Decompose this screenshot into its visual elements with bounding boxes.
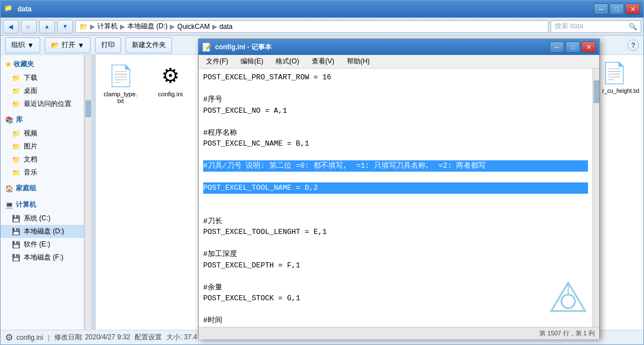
path-sep4: ▶ xyxy=(212,23,217,31)
drive-icon: 💾 xyxy=(12,254,20,262)
text-line: #加工深度 xyxy=(203,250,237,258)
library-section: 📚 库 📁 视频 📁 图片 📁 文档 xyxy=(1,113,84,179)
file-item-config[interactable]: ⚙ config.ini xyxy=(150,59,191,107)
path-sep3: ▶ xyxy=(170,23,175,31)
new-folder-label: 新建文件夹 xyxy=(132,40,166,50)
address-bar: ◄ ► ▲ ▼ 📁 ▶ 计算机 ▶ 本地磁盘 (D:) ▶ QuickCAM ▶… xyxy=(1,18,643,36)
open-chevron: ▼ xyxy=(78,41,84,49)
logo-watermark xyxy=(548,280,588,321)
back-button[interactable]: ◄ xyxy=(3,20,19,33)
computer-section: 💻 计算机 💾 系统 (C:) 💾 本地磁盘 (D:) 💾 软件 (E:) xyxy=(1,198,84,264)
explorer-minimize-button[interactable]: ─ xyxy=(594,3,608,15)
notepad-text[interactable]: POST_EXCEL_PRO_START_ROW = 16 #序号 POST_E… xyxy=(199,69,593,327)
explorer-restore-button[interactable]: □ xyxy=(609,3,624,15)
notepad-minimize-button[interactable]: ─ xyxy=(549,41,564,53)
sidebar-item-docs[interactable]: 📁 文档 xyxy=(1,153,84,166)
notepad-menu-edit[interactable]: 编辑(E) xyxy=(235,55,268,68)
sidebar-item-desktop[interactable]: 📁 桌面 xyxy=(1,84,84,97)
sidebar-item-download[interactable]: 📁 下载 xyxy=(1,71,84,84)
sidebar-scrollbar-thumb[interactable] xyxy=(85,100,91,117)
path-data: data xyxy=(220,23,233,31)
folder-icon: 📁 xyxy=(12,130,20,138)
folder-icon: 📁 xyxy=(12,143,20,151)
highlighted-line: #刀具/刀号 说明: 第二位 =0: 都不填写, =1: 只填写刀具名称, =2… xyxy=(203,160,588,172)
path-computer: 📁 xyxy=(79,23,88,31)
notepad-status-text: 第 1507 行，第 1 列 xyxy=(539,329,595,338)
folder-icon: 📁 xyxy=(12,169,20,177)
folder-icon: 📁 xyxy=(12,74,20,82)
file-item-clamp[interactable]: 📄 clamp_type.txt xyxy=(100,59,141,107)
sidebar-item-music[interactable]: 📁 音乐 xyxy=(1,166,84,179)
notepad-title-text: config.ini - 记事本 xyxy=(215,42,549,52)
print-label: 打印 xyxy=(101,40,115,50)
sidebar-item-drive-c[interactable]: 💾 系统 (C:) xyxy=(1,212,84,225)
help-button[interactable]: ? xyxy=(628,40,639,51)
organize-button[interactable]: 组织 ▼ xyxy=(5,37,40,53)
notepad-menu-format[interactable]: 格式(O) xyxy=(271,55,304,68)
file-item-partial-right[interactable]: 📄 r_cu_height.txt xyxy=(600,59,641,94)
notepad-scrollbar-vertical[interactable] xyxy=(593,69,599,327)
text-line: #序号 xyxy=(203,95,222,104)
resize-handle[interactable] xyxy=(91,55,96,331)
text-line: POST_EXCEL_PRO_START_ROW = 16 xyxy=(203,73,331,82)
notepad-restore-button[interactable]: □ xyxy=(565,41,580,53)
sidebar-item-images[interactable]: 📁 图片 xyxy=(1,140,84,153)
text-line: #余量 xyxy=(203,283,222,292)
path-drive: 计算机 xyxy=(97,22,118,31)
notepad-menu-view[interactable]: 查看(V) xyxy=(307,55,340,68)
address-path[interactable]: 📁 ▶ 计算机 ▶ 本地磁盘 (D:) ▶ QuickCAM ▶ data xyxy=(75,20,548,33)
notepad-title-buttons: ─ □ ✕ xyxy=(549,41,596,53)
status-separator: | xyxy=(48,334,49,342)
favorites-header[interactable]: ★ 收藏夹 xyxy=(1,57,84,71)
path-quickcam2: QuickCAM xyxy=(177,23,209,31)
drive-icon: 💾 xyxy=(12,215,20,223)
text-line: POST_EXCEL_NO = A,1 xyxy=(203,107,287,115)
library-header[interactable]: 📚 库 xyxy=(1,113,84,127)
path-sep2: ▶ xyxy=(120,23,125,31)
notepad-close-button[interactable]: ✕ xyxy=(581,41,596,53)
text-line: POST_EXCEL_TOOL_LENGHT = E,1 xyxy=(203,228,327,236)
search-icon: 🔍 xyxy=(629,23,637,31)
star-icon: ★ xyxy=(5,61,11,69)
folder-icon: 📁 xyxy=(12,100,20,108)
print-button[interactable]: 打印 xyxy=(95,37,121,53)
sidebar: ★ 收藏夹 📁 下载 📁 桌面 📁 最近访问的位置 xyxy=(1,55,84,331)
sidebar-scrollbar[interactable] xyxy=(84,55,91,331)
folder-icon: 📁 xyxy=(12,156,20,164)
sidebar-item-video[interactable]: 📁 视频 xyxy=(1,127,84,140)
notepad-menu-file[interactable]: 文件(F) xyxy=(201,55,233,68)
notepad-menubar: 文件(F) 编辑(E) 格式(O) 查看(V) 帮助(H) xyxy=(199,55,599,69)
sidebar-item-recent[interactable]: 📁 最近访问的位置 xyxy=(1,97,84,110)
notepad-statusbar: 第 1507 行，第 1 列 xyxy=(199,327,599,339)
forward-button[interactable]: ► xyxy=(21,20,37,33)
recent-button[interactable]: ▼ xyxy=(57,20,73,33)
sidebar-item-drive-e[interactable]: 💾 软件 (E:) xyxy=(1,238,84,251)
drive-icon: 💾 xyxy=(12,241,20,249)
clamp-file-name: clamp_type.txt xyxy=(103,91,138,104)
explorer-title-text: data xyxy=(18,5,594,13)
notepad-menu-help[interactable]: 帮助(H) xyxy=(342,55,375,68)
sidebar-item-drive-f[interactable]: 💾 本地磁盘 (F:) xyxy=(1,251,84,264)
notepad-window: 📝 config.ini - 记事本 ─ □ ✕ 文件(F) 编辑(E) 格式(… xyxy=(198,39,600,339)
path-sep1: ▶ xyxy=(90,23,95,31)
notepad-scrollbar-thumb[interactable] xyxy=(594,80,599,103)
status-file-name: config.ini xyxy=(16,334,43,342)
new-folder-button[interactable]: 新建文件夹 xyxy=(126,37,172,53)
folder-icon: 📁 xyxy=(12,87,20,95)
svg-point-1 xyxy=(561,295,575,308)
explorer-close-button[interactable]: ✕ xyxy=(625,3,640,15)
homegroup-header[interactable]: 🏠 家庭组 xyxy=(1,181,84,195)
open-button[interactable]: 📂 打开 ▼ xyxy=(45,37,91,53)
library-icon: 📚 xyxy=(5,116,14,124)
text-line: #刀长 xyxy=(203,217,222,225)
up-button[interactable]: ▲ xyxy=(39,20,55,33)
computer-header[interactable]: 💻 计算机 xyxy=(1,198,84,212)
search-box[interactable]: 搜索 data 🔍 xyxy=(551,20,641,33)
text-line: #时间 xyxy=(203,316,222,325)
text-line: POST_EXCEL_NC_NAME = B,1 xyxy=(203,139,309,148)
sidebar-item-drive-d[interactable]: 💾 本地磁盘 (D:) xyxy=(1,225,84,238)
open-label: 打开 xyxy=(62,40,75,50)
highlighted-line: POST_EXCEL_TOOL_NAME = D,2 xyxy=(203,182,588,194)
clamp-file-icon: 📄 xyxy=(107,62,134,90)
status-modified: 修改日期: 2020/4/27 9:32 xyxy=(54,333,131,342)
